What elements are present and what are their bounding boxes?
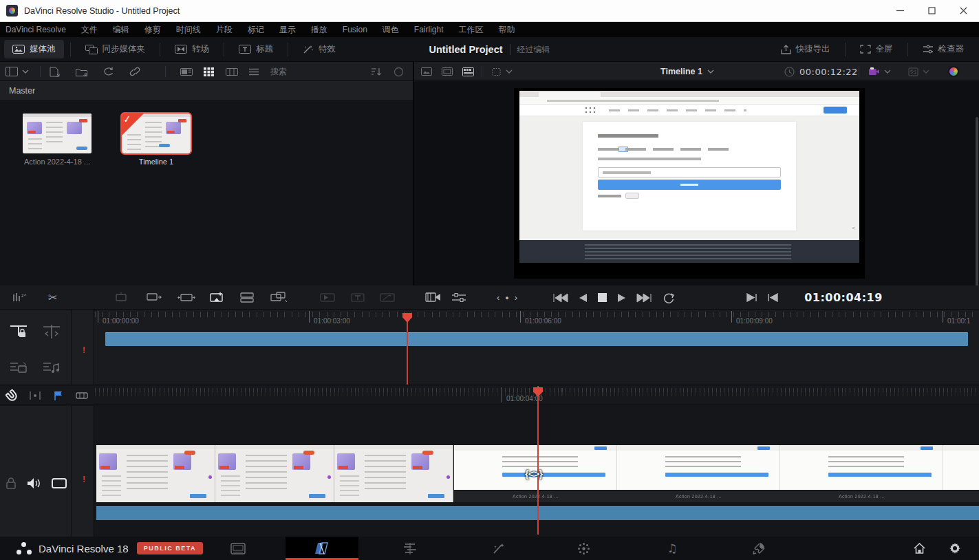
resize-mode-button[interactable]: [908, 62, 929, 81]
menu-color[interactable]: 调色: [375, 22, 407, 37]
effects-button[interactable]: 特效: [294, 40, 344, 58]
trim-mode-button[interactable]: [43, 322, 61, 341]
menu-help[interactable]: 帮助: [491, 22, 523, 37]
page-fusion-button[interactable]: [480, 537, 518, 560]
import-folder-button[interactable]: [76, 62, 87, 81]
titles-button[interactable]: 标题: [230, 40, 281, 58]
transform-tools-button[interactable]: [491, 62, 513, 81]
source-tape-button[interactable]: [442, 62, 453, 81]
menu-trim[interactable]: 修剪: [137, 22, 169, 37]
trim-point-controls[interactable]: ‹ ● ›: [497, 288, 517, 308]
overview-playhead-line[interactable]: [407, 319, 408, 385]
source-clip-button[interactable]: [421, 62, 432, 81]
project-manager-button[interactable]: [900, 537, 938, 560]
project-settings-button[interactable]: [936, 537, 974, 560]
menu-timeline[interactable]: 时间线: [169, 22, 208, 37]
menu-fairlight[interactable]: Fairlight: [407, 22, 451, 37]
timeline-timecode[interactable]: 01:00:04:19: [804, 288, 883, 308]
source-overwrite-button[interactable]: [270, 288, 288, 307]
close-button[interactable]: [947, 0, 979, 21]
media-pool-button[interactable]: 媒体池: [4, 40, 64, 58]
track-lock-toggle[interactable]: [6, 473, 17, 493]
marker-range-button[interactable]: [23, 386, 47, 405]
strip-view-button[interactable]: [180, 62, 193, 81]
timeline-view-button[interactable]: [462, 62, 474, 81]
effects-tool-button[interactable]: [380, 288, 395, 307]
track-audio-toggle[interactable]: [27, 473, 41, 493]
timeline-name[interactable]: Timeline 1: [111, 158, 201, 166]
prev-edit-button[interactable]: [767, 288, 778, 308]
inspector-button[interactable]: 检查器: [914, 40, 973, 58]
audio-trim-button[interactable]: zz: [12, 288, 28, 307]
play-button[interactable]: [617, 288, 627, 308]
prev-point-icon[interactable]: ‹: [497, 292, 499, 303]
timeline-selector[interactable]: Timeline 1: [660, 62, 714, 81]
transitions-button[interactable]: 转场: [166, 40, 217, 58]
menu-davinci-resolve[interactable]: DaVinci Resolve: [0, 22, 74, 37]
track-video-toggle[interactable]: [52, 473, 67, 493]
overview-clip[interactable]: [105, 332, 968, 346]
minimize-button[interactable]: [884, 0, 916, 21]
menu-clip[interactable]: 片段: [208, 22, 240, 37]
tools-button[interactable]: [70, 386, 94, 405]
bin-view-button[interactable]: [6, 62, 29, 81]
smart-insert-button[interactable]: [114, 288, 129, 307]
maximize-button[interactable]: [916, 0, 947, 21]
import-media-button[interactable]: [50, 62, 60, 81]
search-input[interactable]: 搜索: [270, 62, 287, 81]
play-reverse-button[interactable]: [578, 288, 588, 308]
menu-mark[interactable]: 标记: [240, 22, 272, 37]
place-on-top-button[interactable]: [239, 288, 255, 307]
bin-header[interactable]: Master: [0, 81, 413, 101]
fullscreen-button[interactable]: 全屏: [852, 40, 901, 58]
menu-fusion[interactable]: Fusion: [335, 22, 375, 37]
thumbnail-view-button[interactable]: [204, 62, 214, 81]
page-edit-button[interactable]: [391, 537, 429, 560]
list-view-button[interactable]: [249, 62, 259, 81]
refresh-button[interactable]: [394, 62, 404, 81]
page-fairlight-button[interactable]: ♫: [653, 537, 691, 560]
menu-workspace[interactable]: 工作区: [451, 22, 491, 37]
disable-audio-track-button[interactable]: [43, 358, 61, 377]
page-cut-button[interactable]: [286, 537, 358, 560]
loop-button[interactable]: [663, 288, 675, 308]
color-wheel-button[interactable]: [948, 62, 959, 81]
track-lock-button[interactable]: [10, 322, 28, 341]
quick-export-button[interactable]: 快捷导出: [773, 40, 839, 58]
clip-name[interactable]: Action 2022-4-18 ...: [12, 158, 102, 166]
transition-tool-button[interactable]: [320, 288, 335, 307]
ripple-overwrite-button[interactable]: [177, 288, 195, 307]
page-deliver-button[interactable]: [740, 537, 778, 560]
stop-button[interactable]: [597, 288, 607, 308]
flag-button[interactable]: [47, 386, 70, 405]
playback-settings-button[interactable]: [451, 288, 466, 308]
video-frame[interactable]: <: [514, 88, 865, 279]
page-media-button[interactable]: [219, 537, 257, 560]
sort-button[interactable]: [372, 62, 382, 81]
sync-bin-button[interactable]: 同步媒体夹: [77, 40, 154, 58]
camera-source-button[interactable]: [868, 62, 891, 81]
close-up-button[interactable]: [208, 288, 225, 307]
disable-video-track-button[interactable]: [10, 358, 28, 377]
viewer-timecode[interactable]: 00:00:12:22: [799, 62, 858, 81]
menu-file[interactable]: 文件: [74, 22, 105, 37]
go-to-end-button[interactable]: [636, 288, 653, 308]
append-clip-button[interactable]: [146, 288, 162, 307]
page-color-button[interactable]: [564, 537, 603, 560]
relink-button[interactable]: [129, 62, 140, 81]
next-point-icon[interactable]: ›: [515, 292, 517, 303]
menu-playback[interactable]: 播放: [303, 22, 335, 37]
overview-ruler[interactable]: 01:00:00:00 01:00:03:00 01:00:06:00 01:0…: [95, 310, 979, 329]
sync-clips-button[interactable]: [103, 62, 114, 81]
go-to-start-button[interactable]: [552, 288, 568, 308]
media-clip-thumbnail[interactable]: [23, 114, 92, 153]
split-clip-button[interactable]: ✂: [48, 288, 57, 307]
menu-view[interactable]: 显示: [272, 22, 303, 37]
next-edit-button[interactable]: [746, 288, 757, 308]
preview-mode-button[interactable]: [425, 288, 442, 308]
snapping-button[interactable]: [0, 386, 23, 405]
filmstrip-view-button[interactable]: [226, 62, 238, 81]
detail-playhead-line[interactable]: [537, 386, 539, 535]
menu-edit[interactable]: 编辑: [105, 22, 137, 37]
titles-tool-button[interactable]: [351, 288, 365, 307]
